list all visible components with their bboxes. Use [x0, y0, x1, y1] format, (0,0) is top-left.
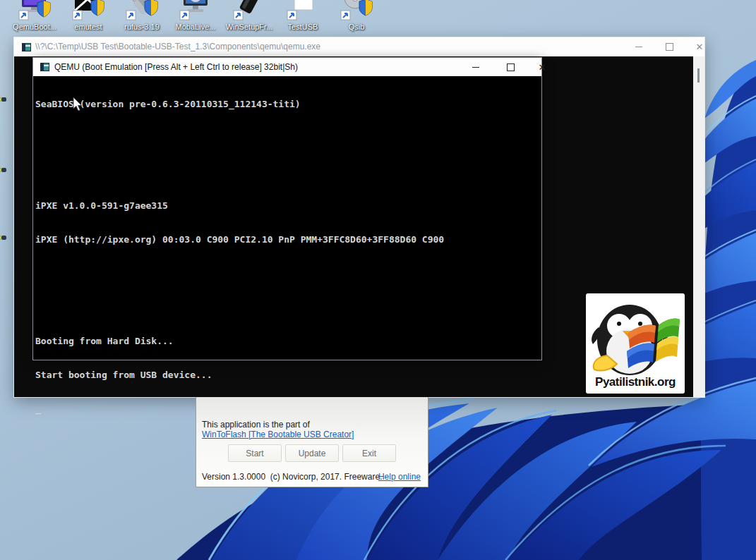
- desktop-icon-label: MobaLive...: [164, 23, 227, 31]
- console-line: iPXE v1.0.0-591-g7aee315: [35, 200, 538, 212]
- desktop-icon-winsetup[interactable]: WinSetupFr...: [222, 0, 276, 34]
- emutest-icon: [71, 0, 105, 21]
- monitor-cd-icon: [179, 0, 212, 21]
- desktop-icon-emutest[interactable]: emutest: [61, 0, 115, 34]
- console-line: [35, 268, 538, 279]
- usb-stick-icon: [125, 0, 159, 21]
- clipped-desktop-icon: [0, 236, 6, 240]
- watermark-label: Pyatilistnik.org: [586, 375, 685, 389]
- clipped-desktop-icon: [0, 168, 6, 172]
- minimize-icon: [472, 67, 479, 68]
- maximize-button[interactable]: [654, 37, 684, 56]
- exit-button[interactable]: Exit: [342, 444, 396, 462]
- console-line: iPXE (http://ipxe.org) 00:03.0 C900 PCI2…: [35, 234, 538, 245]
- desktop-icon-label: rufus-3.19: [111, 23, 173, 31]
- console-line: [35, 166, 538, 178]
- version-text: Version 1.3.0000 (c) Novicorp, 2017. Fre…: [202, 472, 382, 482]
- help-online-link[interactable]: Help online: [378, 472, 421, 482]
- exit-button-label: Exit: [362, 449, 376, 458]
- qemu-exe-window: \\?\C:\Temp\USB Test\Bootable-USB-Test_1…: [14, 37, 704, 397]
- desktop-icon-mobalive[interactable]: MobaLive...: [169, 0, 222, 34]
- console-line: Booting from Hard Disk...: [35, 336, 538, 347]
- window-title: QEMU (Boot Emulation [Press Alt + Left C…: [54, 62, 298, 72]
- desktop-icon-label: Qsib: [325, 23, 388, 31]
- maximize-button[interactable]: [496, 58, 525, 77]
- dialog-intro-text: This application is the part of: [202, 420, 310, 430]
- boot-console: SeaBIOS (version pre-0.6.3-20110315_1121…: [34, 76, 538, 437]
- start-button[interactable]: Start: [228, 444, 282, 462]
- console-line: SeaBIOS (version pre-0.6.3-20110315_1121…: [35, 99, 538, 110]
- console-line: Start booting from USB device...: [35, 370, 538, 381]
- maximize-icon: [507, 63, 515, 71]
- desktop-icon-qemuboot[interactable]: QemuBoot...: [8, 0, 61, 34]
- vertical-scrollbar[interactable]: [693, 56, 704, 397]
- console-line: [35, 133, 538, 144]
- flash-drive-icon: [232, 0, 266, 21]
- start-button-label: Start: [246, 449, 263, 458]
- desktop-icon-rufus[interactable]: rufus-3.19: [115, 0, 169, 34]
- maximize-icon: [666, 43, 673, 51]
- app-icon: [40, 63, 49, 71]
- console-line: [35, 302, 538, 313]
- pyatilistnik-watermark: Pyatilistnik.org: [586, 293, 685, 394]
- update-button-label: Update: [299, 449, 326, 458]
- desktop-icon-label: WinSetupFr...: [218, 23, 280, 31]
- wintoflash-link[interactable]: WinToFlash [The Bootable USB Creator]: [202, 430, 354, 439]
- desktop-icon-label: emutest: [57, 23, 119, 31]
- minimize-icon: [635, 47, 642, 47]
- desktop-icon-label: QemuBoot...: [4, 23, 66, 31]
- close-icon: ✕: [696, 42, 704, 51]
- qemu-monitor-icon: [18, 0, 52, 21]
- file-icon: [286, 0, 320, 21]
- close-button[interactable]: ✕: [685, 37, 714, 56]
- window-titlebar[interactable]: QEMU (Boot Emulation [Press Alt + Left C…: [33, 58, 541, 76]
- scrollbar-thumb[interactable]: [697, 68, 700, 83]
- penguin-windows-logo-icon: [586, 293, 685, 377]
- clipped-desktop-icon: [0, 97, 6, 102]
- window-title: \\?\C:\Temp\USB Test\Bootable-USB-Test_1…: [35, 42, 320, 51]
- desktop-icon-label: TestUSB: [272, 23, 334, 31]
- close-icon: ✕: [539, 63, 546, 72]
- close-button[interactable]: ✕: [527, 58, 557, 77]
- cd-disc-icon: [340, 0, 373, 21]
- desktop-icon-qsib[interactable]: Qsib: [330, 0, 383, 34]
- desktop-icon-testusb[interactable]: TestUSB: [276, 0, 330, 34]
- update-button[interactable]: Update: [285, 444, 339, 462]
- qemu-emulation-window: QEMU (Boot Emulation [Press Alt + Left C…: [32, 57, 542, 360]
- wintoflash-dialog: This application is the part of WinToFla…: [196, 397, 428, 487]
- minimize-button[interactable]: [461, 58, 491, 77]
- minimize-button[interactable]: [624, 37, 654, 56]
- app-icon: [22, 43, 31, 51]
- window-titlebar[interactable]: \\?\C:\Temp\USB Test\Bootable-USB-Test_1…: [14, 37, 704, 56]
- mouse-cursor-icon: [73, 97, 83, 111]
